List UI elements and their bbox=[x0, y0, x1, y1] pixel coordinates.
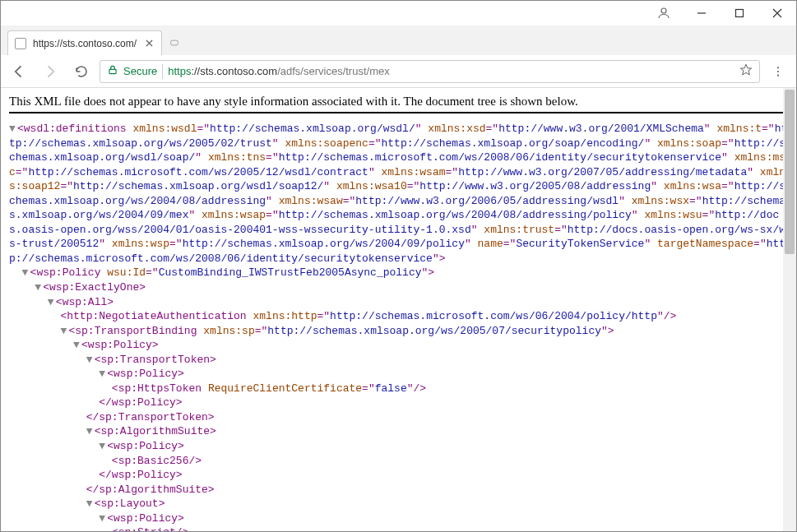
tab-strip: https://sts.contoso.com/ bbox=[1, 25, 796, 55]
expand-toggle-icon[interactable]: ▼ bbox=[99, 511, 107, 526]
expand-toggle-icon[interactable]: ▼ bbox=[86, 497, 95, 511]
close-window-button[interactable] bbox=[758, 1, 796, 25]
favicon-icon bbox=[15, 38, 26, 49]
browser-toolbar: Secure https://sts.contoso.com/adfs/serv… bbox=[1, 55, 796, 88]
expand-toggle-icon[interactable]: ▼ bbox=[73, 338, 81, 353]
address-bar[interactable]: Secure https://sts.contoso.com/adfs/serv… bbox=[100, 60, 760, 83]
user-profile-icon[interactable] bbox=[645, 1, 683, 25]
expand-toggle-icon[interactable]: ▼ bbox=[22, 266, 30, 280]
close-tab-icon[interactable] bbox=[143, 38, 155, 49]
bookmark-star-icon[interactable] bbox=[739, 63, 753, 79]
page-content: This XML file does not appear to have an… bbox=[1, 88, 796, 531]
svg-rect-0 bbox=[171, 40, 178, 45]
browser-tab[interactable]: https://sts.contoso.com/ bbox=[7, 30, 162, 55]
scrollbar-thumb[interactable] bbox=[785, 90, 795, 254]
svg-point-6 bbox=[777, 74, 779, 76]
svg-point-5 bbox=[777, 70, 779, 72]
expand-toggle-icon[interactable]: ▼ bbox=[9, 122, 17, 136]
address-separator bbox=[162, 64, 163, 79]
forward-button[interactable] bbox=[37, 58, 63, 85]
maximize-button[interactable] bbox=[721, 1, 758, 25]
expand-toggle-icon[interactable]: ▼ bbox=[99, 367, 107, 382]
scrollbar[interactable] bbox=[783, 88, 796, 531]
expand-toggle-icon[interactable]: ▼ bbox=[86, 424, 95, 439]
back-button[interactable] bbox=[6, 58, 32, 85]
svg-rect-3 bbox=[109, 69, 116, 73]
expand-toggle-icon[interactable]: ▼ bbox=[35, 280, 43, 295]
reload-button[interactable] bbox=[68, 58, 95, 85]
url-text: https://sts.contoso.com/adfs/services/tr… bbox=[168, 65, 390, 77]
lock-icon bbox=[107, 64, 118, 78]
svg-point-4 bbox=[777, 67, 779, 68]
xml-viewer-notice: This XML file does not appear to have an… bbox=[9, 95, 788, 113]
tab-title: https://sts.contoso.com/ bbox=[33, 38, 137, 49]
svg-point-1 bbox=[661, 8, 666, 13]
expand-toggle-icon[interactable]: ▼ bbox=[48, 295, 56, 310]
xml-tree-view: ▼<wsdl:definitions xmlns:wsdl="http://sc… bbox=[9, 122, 788, 531]
expand-toggle-icon[interactable]: ▼ bbox=[99, 439, 107, 454]
minimize-button[interactable] bbox=[683, 1, 721, 25]
svg-rect-2 bbox=[736, 10, 744, 17]
expand-toggle-icon[interactable]: ▼ bbox=[60, 324, 68, 339]
browser-menu-button[interactable] bbox=[765, 58, 791, 85]
window-titlebar bbox=[1, 1, 796, 25]
new-tab-button[interactable] bbox=[165, 34, 183, 52]
expand-toggle-icon[interactable]: ▼ bbox=[86, 353, 95, 368]
browser-window: https://sts.contoso.com/ bbox=[0, 0, 797, 532]
secure-label: Secure bbox=[123, 65, 157, 77]
